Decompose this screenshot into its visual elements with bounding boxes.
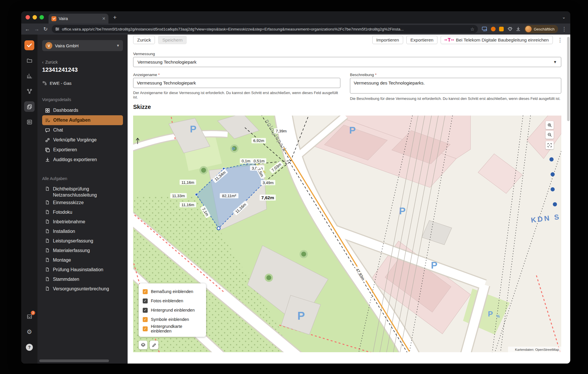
task-item-materialerfassung[interactable]: Materialerfassung [42,246,123,256]
rail-contacts-icon[interactable] [24,117,35,127]
sidebar-item-dashboards[interactable]: Dashboards [42,105,123,115]
beschreibung-textarea[interactable]: Vermessung des Technologieparks. [350,78,561,94]
rail-chart-icon[interactable] [24,71,35,81]
pipeline-icon [42,81,47,86]
back-link[interactable]: ‹ Zurück [42,60,123,64]
zoom-window-button[interactable] [40,15,44,19]
importieren-button[interactable]: Importieren [372,36,403,44]
rail-instances-icon[interactable] [24,101,35,112]
sketch-map[interactable]: nologiepark KDN S PPPPPPPP% 7,39m6,92m0,… [133,116,561,352]
anzeigename-input[interactable] [133,78,340,88]
document-icon [45,186,50,191]
profile-chip[interactable]: Geschäftlich [524,25,558,33]
extensions-puzzle-icon[interactable] [507,27,512,32]
telekom-submit-button[interactable]: T Bei Telekom Digitale Baubegleitung ein… [441,36,553,44]
checkbox-checked-icon[interactable] [143,289,148,294]
browser-tab[interactable]: Vaira ✕ [49,14,108,24]
anzeigename-label: Anzeigename * [133,73,160,77]
tab-search-chevron-icon[interactable]: ⌄ [562,15,566,20]
svg-text:82,11m²: 82,11m² [222,194,236,198]
layer-toggle-hintergrundkarte-einblenden[interactable]: Hintergrundkarte einblenden [143,324,202,333]
downloads-icon[interactable] [516,26,521,32]
sidebar-item-chat[interactable]: Chat [42,125,123,135]
vermessung-select[interactable]: Vermessung Technologiepark ▼ [133,57,561,67]
task-label: Versorgungsunterbrechung [53,286,109,292]
layer-toggle-fotos-einblenden[interactable]: Fotos einblenden [143,296,202,305]
checkbox-checked-icon[interactable] [143,299,148,303]
case-type[interactable]: EWE - Gas [42,81,123,86]
task-item-einmessskizze[interactable]: Einmessskizze [42,198,123,208]
svg-text:6,92m: 6,92m [253,139,264,143]
extension-icon-1[interactable] [491,27,496,31]
new-tab-button[interactable]: + [113,14,117,21]
checkbox-checked-icon[interactable] [143,317,148,322]
measurement-chip: 0,51m [252,158,267,163]
zoom-out-button[interactable] [546,131,554,139]
organization-selector[interactable]: V Vaira GmbH ▼ [42,40,123,51]
forward-icon[interactable]: → [34,26,39,32]
sidebar-item-verkn-pfte-vorg-nge[interactable]: Verknüpfte Vorgänge [42,135,123,145]
rail-inbox-icon[interactable]: 3 [24,311,35,322]
tab-close-icon[interactable]: ✕ [102,16,106,21]
browser-menu-kebab-icon[interactable]: ⋮ [562,26,567,32]
sidebar-item-label: Offene Aufgaben [53,118,90,123]
help-icon[interactable]: ? [24,342,35,353]
task-item-fotodoku[interactable]: Fotodoku [42,208,123,217]
layer-toggle-bema-ung-einblenden[interactable]: Bemaßung einblenden [143,287,202,296]
reload-icon[interactable]: ↻ [43,26,48,32]
task-item-inbetriebnahme[interactable]: Inbetriebnahme [42,217,123,227]
exportieren-button[interactable]: Exportieren [406,36,437,44]
beschreibung-label: Beschreibung * [350,73,377,77]
sidebar-item-offene-aufgaben[interactable]: Offene Aufgaben [42,115,123,125]
send-to-device-icon[interactable] [482,27,487,31]
rail-workflow-icon[interactable] [24,86,35,96]
layer-toggle-hintergrund-einblenden[interactable]: Hintergrund einblenden [143,305,202,315]
settings-gear-icon[interactable]: ⚙ [24,327,35,337]
zoom-in-button[interactable] [546,121,554,129]
svg-text:0,51m: 0,51m [254,159,265,163]
layer-toggle-label: Hintergrund einblenden [151,308,195,312]
measurement-chip: 7,39m [274,128,289,134]
checkbox-checked-icon[interactable] [143,326,148,331]
minimize-window-button[interactable] [33,15,37,19]
task-label: Installation [53,228,75,234]
task-item-montage[interactable]: Montage [42,256,123,265]
speichern-button[interactable]: Speichern [158,36,187,44]
checkbox-checked-icon[interactable] [143,308,148,313]
fit-view-button[interactable] [546,141,554,149]
task-item-pr-fung-hausinstallation[interactable]: Prüfung Hausinstallation [42,265,123,275]
task-label: Leistungserfassung [53,238,93,244]
map-attribution[interactable]: Kartendaten: OpenStreetMap [515,348,559,351]
parking-icon: % [496,314,500,319]
parking-icon: P [399,206,405,216]
zurueck-button[interactable]: Zurück [133,36,155,44]
draw-pencil-button[interactable] [150,341,158,349]
document-icon [45,286,50,291]
task-item-dichtheitspr-fung-netzanschlussleitung[interactable]: Dichtheitsprüfung Netzanschlussleitung [42,184,123,198]
back-icon[interactable]: ← [25,26,30,32]
tab-strip: Vaira ✕ + ⌄ [21,11,570,24]
task-item-versorgungsunterbrechung[interactable]: Versorgungsunterbrechung [42,284,123,294]
map-zoom-controls [546,121,554,149]
task-item-stammdaten[interactable]: Stammdaten [42,275,123,284]
profile-avatar [525,26,532,32]
svg-text:7,39m: 7,39m [276,129,287,133]
rail-folder-icon[interactable] [24,55,35,66]
more-actions-kebab-icon[interactable]: ⋮ [556,36,564,44]
close-window-button[interactable] [26,15,30,19]
vaira-logo-icon[interactable] [24,40,34,50]
page-scrollbar[interactable] [567,37,570,121]
layer-toggle-symbole-einblenden[interactable]: Symbole einblenden [143,315,202,324]
extension-icon-2[interactable] [499,27,504,31]
task-item-leistungserfassung[interactable]: Leistungserfassung [42,236,123,246]
layers-button[interactable] [139,341,147,349]
sidebar-item-exportieren[interactable]: Exportieren [42,145,123,155]
address-bar[interactable]: office.vaira.app/o/c7be7mnm5f1rdro8tg2g/… [52,25,478,33]
url-text[interactable]: office.vaira.app/o/c7be7mnm5f1rdro8tg2g/… [62,27,468,31]
sidebar-scrollbar[interactable] [39,359,109,362]
bookmark-star-icon[interactable]: ☆ [470,26,474,32]
task-item-installation[interactable]: Installation [42,227,123,236]
site-settings-icon[interactable] [55,27,59,31]
document-icon [45,210,50,214]
sidebar-item-auditlogs-exportieren[interactable]: Auditlogs exportieren [42,155,123,165]
